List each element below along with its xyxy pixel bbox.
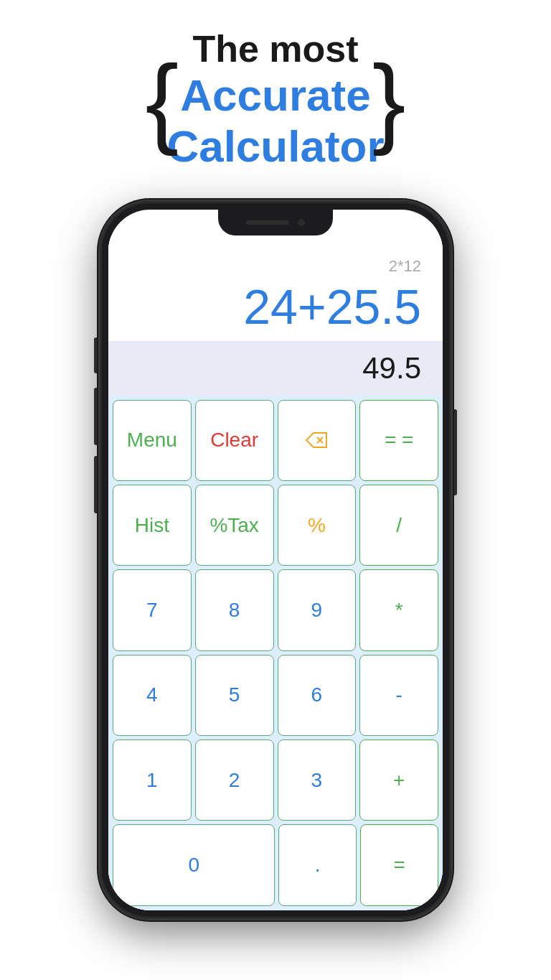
menu-button[interactable]: Menu (113, 400, 192, 481)
percent-tax-button[interactable]: %Tax (195, 485, 274, 566)
keypad-row-3: 7 8 9 * (113, 569, 438, 650)
keypad-row-1: Menu Clear = = (113, 400, 438, 481)
key-3[interactable]: 3 (278, 739, 357, 821)
keypad-row-5: 1 2 3 + (113, 739, 438, 821)
side-button-mute (94, 337, 98, 373)
display-top: 2*12 24+25.5 (108, 235, 443, 341)
primary-expression: 24+25.5 (130, 280, 421, 334)
side-button-vol-up (94, 388, 98, 445)
key-8[interactable]: 8 (195, 569, 274, 650)
keypad-row-6: 0 . = (113, 824, 438, 905)
notch (218, 210, 333, 235)
secondary-expression: 2*12 (130, 257, 421, 276)
divide-button[interactable]: / (359, 485, 438, 566)
double-equals-button[interactable]: = = (359, 400, 438, 481)
key-1[interactable]: 1 (113, 739, 192, 821)
display-area: 2*12 24+25.5 49.5 Menu Clear (108, 235, 443, 910)
notch-camera (298, 219, 305, 226)
minus-button[interactable]: - (359, 655, 438, 736)
percent-button[interactable]: % (278, 485, 357, 566)
equals-button[interactable]: = (360, 824, 438, 905)
key-7[interactable]: 7 (113, 569, 192, 650)
keypad-row-4: 4 5 6 - (113, 655, 438, 736)
plus-button[interactable]: + (359, 739, 438, 821)
phone-frame: 2*12 24+25.5 49.5 Menu Clear (100, 201, 451, 919)
backspace-button[interactable] (278, 400, 357, 481)
notch-speaker (246, 220, 289, 225)
key-9[interactable]: 9 (278, 569, 357, 650)
side-button-power (453, 409, 457, 495)
keypad: Menu Clear = = Hist (108, 396, 443, 910)
header-line2-3: Accurate Calculator (166, 70, 384, 172)
brace-left: { (145, 50, 179, 151)
key-4[interactable]: 4 (113, 655, 192, 736)
brace-right: } (372, 50, 406, 151)
header-line1: The most (166, 29, 384, 70)
phone-wrapper: 2*12 24+25.5 49.5 Menu Clear (100, 201, 451, 919)
keypad-row-2: Hist %Tax % / (113, 485, 438, 566)
dot-button[interactable]: . (278, 824, 357, 905)
backspace-icon (305, 431, 328, 449)
hist-button[interactable]: Hist (113, 485, 192, 566)
key-5[interactable]: 5 (195, 655, 274, 736)
side-button-vol-down (94, 456, 98, 513)
key-6[interactable]: 6 (278, 655, 357, 736)
header-section: { } The most Accurate Calculator (166, 29, 384, 172)
result-bar: 49.5 (108, 341, 443, 396)
key-0[interactable]: 0 (113, 824, 275, 905)
result-value: 49.5 (362, 351, 421, 385)
multiply-button[interactable]: * (359, 569, 438, 650)
key-2[interactable]: 2 (195, 739, 274, 821)
phone-screen: 2*12 24+25.5 49.5 Menu Clear (108, 210, 443, 910)
clear-button[interactable]: Clear (195, 400, 274, 481)
